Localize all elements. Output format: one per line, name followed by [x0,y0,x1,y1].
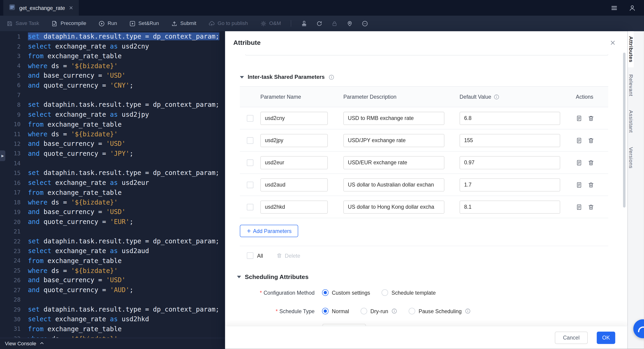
code-line[interactable]: 16select exchange_rate as usd2eur [0,178,225,187]
code-line[interactable]: 25where ds = '${bizdate}' [0,265,225,275]
code-line[interactable]: 10from exchange_rate_table [0,119,225,129]
side-tab-attributes[interactable]: Attributes [628,31,634,67]
info-icon[interactable] [494,94,500,100]
radio-option-schedule-template[interactable]: Schedule template [382,289,436,296]
parameter-description-input[interactable] [343,112,444,125]
document-icon[interactable] [576,204,582,210]
code-line[interactable]: 5and base_currency = 'USD' [0,71,225,80]
radio-option-custom-settings[interactable]: Custom settings [322,289,370,296]
code-line[interactable]: 26and base_currency = 'USD' [0,275,225,285]
parameter-description-input[interactable] [343,134,444,147]
info-icon[interactable] [392,308,397,314]
assistant-fab[interactable] [633,319,644,338]
trash-icon[interactable] [588,204,594,210]
code-line[interactable]: 11where ds = '${bizdate}' [0,129,225,139]
radio-selected[interactable] [322,289,328,296]
trash-icon[interactable] [588,159,594,166]
side-tab-relevant[interactable]: Relevant [628,68,634,104]
radio-selected[interactable] [322,308,328,314]
code-line[interactable]: 1set dataphin.task.result.type = dp_cont… [0,32,225,41]
info-icon[interactable] [328,74,334,80]
user-avatar-icon[interactable] [629,5,636,11]
toolbar-run-button[interactable]: Run [99,20,117,27]
code-line[interactable]: 21 [0,226,225,236]
parameter-name-input[interactable] [260,178,328,191]
info-icon[interactable] [465,308,471,314]
code-line[interactable]: 22set dataphin.task.result.type = dp_con… [0,236,225,246]
ok-button[interactable]: OK [597,332,615,344]
more-icon[interactable] [362,20,368,27]
code-line[interactable]: 27and quote_currency = 'AUD'; [0,285,225,295]
code-line[interactable]: 4where ds = '${bizdate}' [0,61,225,71]
file-tab[interactable]: get_exchange_rate [3,0,79,16]
radio-unselected[interactable] [360,308,367,314]
parameter-description-input[interactable] [343,156,444,169]
code-line[interactable]: 17from exchange_rate_table [0,188,225,197]
refresh-icon[interactable] [316,20,322,27]
toolbar-precompile-button[interactable]: Precompile [52,20,86,27]
trash-icon[interactable] [588,137,594,144]
code-line[interactable]: 6and quote_currency = 'CNY'; [0,80,225,90]
panel-expand-button[interactable]: ▶ [0,150,5,161]
trash-icon[interactable] [588,115,594,121]
code-line[interactable]: 14 [0,158,225,168]
close-icon[interactable] [610,40,616,46]
code-line[interactable]: 3from exchange_rate_table [0,51,225,61]
code-line[interactable]: 20and quote_currency = 'EUR'; [0,217,225,226]
add-parameters-button[interactable]: Add Parameters [240,225,298,237]
code-line[interactable]: 31from exchange_rate_table [0,324,225,334]
default-value-input[interactable] [460,156,560,169]
stamp-icon[interactable] [301,20,307,27]
radio-unselected[interactable] [382,289,388,296]
view-console-bar[interactable]: View Console [0,338,225,349]
parameter-description-input[interactable] [343,178,444,191]
parameter-name-input[interactable] [260,156,328,169]
code-line[interactable]: 13and quote_currency = 'JPY'; [0,149,225,158]
row-checkbox[interactable] [247,137,254,144]
code-line[interactable]: 28 [0,295,225,305]
cancel-button[interactable]: Cancel [555,332,588,344]
row-checkbox[interactable] [247,181,254,188]
radio-option-normal[interactable]: Normal [322,308,349,314]
tab-close-icon[interactable] [68,5,74,10]
parameter-description-input[interactable] [343,200,444,214]
code-line[interactable]: 8set dataphin.task.result.type = dp_cont… [0,100,225,110]
caret-down-icon[interactable] [237,275,241,278]
default-value-input[interactable] [460,200,560,214]
code-line[interactable]: 24from exchange_rate_table [0,256,225,265]
parameter-name-input[interactable] [260,200,328,214]
document-icon[interactable] [576,137,582,144]
location-icon[interactable] [347,20,353,27]
code-line[interactable]: 19and base_currency = 'USD' [0,207,225,217]
code-line[interactable]: 29set dataphin.task.result.type = dp_con… [0,305,225,314]
parameter-name-input[interactable] [260,112,328,125]
menu-icon[interactable] [611,5,618,11]
select-all-checkbox[interactable] [247,252,254,259]
code-line[interactable]: 7 [0,90,225,100]
document-icon[interactable] [576,159,582,166]
code-line[interactable]: 18where ds = '${bizdate}' [0,197,225,207]
default-value-input[interactable] [460,134,560,147]
code-line[interactable]: 9select exchange_rate as usd2jpy [0,110,225,119]
code-line[interactable]: 12and base_currency = 'USD' [0,139,225,149]
code-line[interactable]: 23select exchange_rate as usd2aud [0,246,225,256]
radio-unselected[interactable] [409,308,415,314]
radio-option-dry-run[interactable]: Dry-run [360,308,397,314]
code-line[interactable]: 15set dataphin.task.result.type = dp_con… [0,168,225,178]
side-tab-versions[interactable]: Versions [628,140,634,176]
parameter-name-input[interactable] [260,134,328,147]
default-value-input[interactable] [460,178,560,191]
row-checkbox[interactable] [247,204,254,210]
row-checkbox[interactable] [247,115,254,121]
side-tab-assistant[interactable]: Assistant [628,104,634,140]
radio-option-pause-scheduling[interactable]: Pause Scheduling [409,308,471,314]
code-line[interactable]: 30select exchange_rate as usd2hkd [0,314,225,324]
caret-down-icon[interactable] [240,76,244,78]
document-icon[interactable] [576,115,582,121]
trash-icon[interactable] [588,181,594,188]
code-line[interactable]: 2select exchange_rate as usd2cny [0,41,225,51]
row-checkbox[interactable] [247,159,254,166]
document-icon[interactable] [576,181,582,188]
sql-editor[interactable]: 1set dataphin.task.result.type = dp_cont… [0,31,225,349]
toolbar-set-run-button[interactable]: Set&Run [129,20,159,27]
